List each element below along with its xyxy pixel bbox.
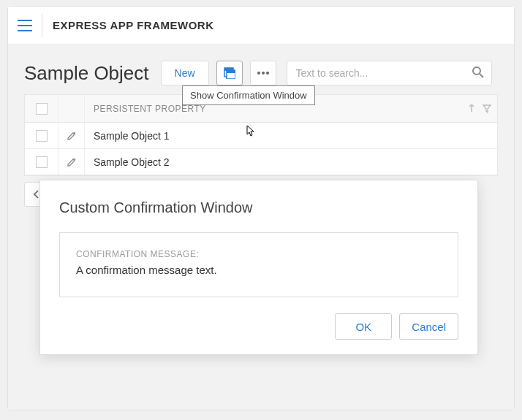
divider [42, 14, 42, 37]
svg-point-7 [257, 72, 260, 75]
new-button[interactable]: New [161, 61, 209, 85]
message-text: A confirmation message text. [76, 264, 442, 276]
more-button[interactable] [250, 61, 276, 85]
svg-point-10 [473, 67, 480, 75]
ellipsis-icon [257, 72, 269, 75]
cursor-icon [243, 125, 257, 142]
svg-line-11 [480, 74, 483, 77]
checkbox[interactable] [36, 156, 48, 168]
ok-button[interactable]: OK [335, 313, 392, 340]
app-title: EXPRESS APP FRAMEWORK [53, 19, 214, 31]
message-label: CONFIRMATION MESSAGE: [76, 249, 442, 259]
header-edit-cell [58, 95, 85, 122]
checkbox[interactable] [36, 130, 48, 142]
search-icon [472, 66, 485, 82]
svg-point-9 [266, 72, 269, 75]
hamburger-icon [18, 20, 32, 31]
modal-body: CONFIRMATION MESSAGE: A confirmation mes… [59, 232, 458, 297]
show-confirmation-button[interactable] [216, 61, 243, 85]
page-title: Sample Object [24, 62, 149, 85]
filter-icon[interactable] [483, 104, 491, 113]
row-cell: Sample Object 1 [85, 130, 497, 142]
svg-rect-1 [18, 25, 32, 26]
edit-cell[interactable] [58, 123, 85, 148]
chevron-left-icon [34, 190, 39, 199]
cancel-button[interactable]: Cancel [399, 313, 458, 340]
hamburger-menu-button[interactable] [8, 7, 42, 45]
header-checkbox-cell[interactable] [25, 95, 58, 122]
table-row[interactable]: Sample Object 2 [25, 149, 497, 175]
pencil-icon [67, 131, 77, 141]
checkbox[interactable] [36, 103, 48, 115]
modal-actions: OK Cancel [59, 313, 458, 340]
svg-rect-0 [18, 20, 32, 21]
modal-title: Custom Confirmation Window [59, 199, 458, 216]
svg-rect-2 [18, 30, 32, 31]
row-cell: Sample Object 2 [85, 156, 497, 168]
top-bar: EXPRESS APP FRAMEWORK [8, 7, 514, 45]
confirmation-modal: Custom Confirmation Window CONFIRMATION … [39, 180, 478, 355]
window-icon [224, 67, 235, 79]
pencil-icon [67, 157, 77, 167]
tooltip: Show Confirmation Window [182, 85, 315, 105]
data-grid: PERSISTENT PROPERTY Sample Object 1 [24, 94, 498, 176]
edit-cell[interactable] [58, 149, 85, 175]
sort-icon[interactable] [468, 104, 475, 113]
svg-rect-6 [227, 70, 235, 73]
search-wrap [287, 61, 492, 85]
table-row[interactable]: Sample Object 1 [25, 123, 497, 149]
svg-point-8 [262, 72, 265, 75]
search-input[interactable] [287, 61, 492, 85]
